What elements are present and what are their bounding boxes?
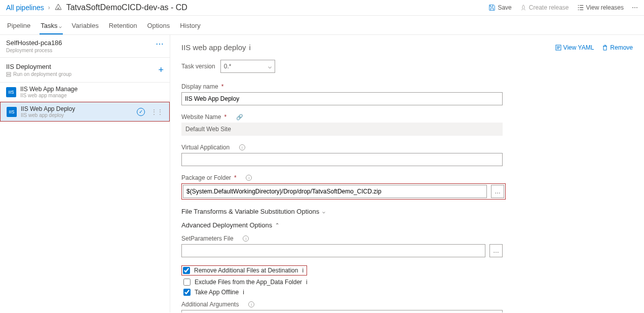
task-item-deploy[interactable]: IIS IIS Web App Deploy IIS web app deplo…: [0, 102, 170, 122]
sidebar: SelfHosted-pca186 Deployment process ⋯ I…: [0, 35, 170, 312]
link-icon[interactable]: 🔗: [236, 114, 243, 121]
remove-additional-checkbox[interactable]: [183, 267, 190, 274]
package-input[interactable]: [183, 185, 487, 198]
tab-bar: Pipeline Tasks⌵ Variables Retention Opti…: [0, 16, 644, 35]
info-icon[interactable]: i: [243, 236, 249, 242]
info-icon[interactable]: i: [306, 279, 308, 286]
package-label: Package or Folder: [181, 174, 231, 181]
chevron-down-icon: ⌵: [59, 23, 62, 29]
breadcrumb-separator: ›: [48, 4, 50, 11]
view-yaml-button[interactable]: View YAML: [555, 44, 594, 51]
exclude-appdata-checkbox[interactable]: [183, 279, 191, 286]
additional-args-input[interactable]: [181, 310, 503, 312]
save-icon: [488, 4, 496, 11]
exclude-appdata-label: Exclude Files from the App_Data Folder: [195, 279, 302, 286]
remove-additional-label: Remove Additional Files at Destination: [194, 267, 298, 274]
take-offline-label: Take App Offline: [195, 289, 239, 296]
sidebar-agent-header[interactable]: SelfHosted-pca186 Deployment process ⋯: [0, 35, 170, 58]
website-name-value: Default Web Site: [181, 123, 503, 136]
task-version-label: Task version: [181, 63, 215, 70]
deploy-icon: [54, 4, 62, 12]
drag-handle-icon[interactable]: ⋮⋮: [151, 108, 163, 115]
detail-title: IIS web app deploy i: [181, 43, 251, 52]
info-icon[interactable]: i: [243, 289, 244, 296]
svg-rect-0: [7, 72, 11, 74]
remove-button[interactable]: Remove: [602, 44, 633, 51]
group-subtitle: Run on deployment group: [6, 71, 71, 77]
tab-tasks[interactable]: Tasks⌵: [40, 18, 62, 34]
sidebar-group[interactable]: IIS Deployment Run on deployment group +: [0, 58, 170, 83]
task-version-select[interactable]: 0.* ⌵: [220, 60, 275, 73]
tab-pipeline[interactable]: Pipeline: [6, 18, 31, 34]
add-task-button[interactable]: +: [158, 65, 164, 75]
tab-retention[interactable]: Retention: [108, 18, 138, 34]
agent-subtitle: Deployment process: [6, 48, 62, 53]
group-title: IIS Deployment: [6, 63, 71, 70]
server-icon: [6, 72, 11, 77]
detail-panel: IIS web app deploy i View YAML Remove Ta…: [170, 35, 644, 312]
save-button[interactable]: Save: [488, 4, 511, 11]
setparams-label: SetParameters File: [181, 235, 234, 242]
check-icon: ✓: [137, 108, 145, 116]
iis-icon: IIS: [7, 107, 17, 117]
virtual-app-input[interactable]: [181, 153, 503, 166]
breadcrumb-root-link[interactable]: All pipelines: [6, 4, 44, 12]
svg-rect-1: [7, 75, 11, 76]
rocket-icon: [520, 4, 527, 11]
tab-options[interactable]: Options: [146, 18, 171, 34]
browse-package-button[interactable]: …: [491, 185, 504, 198]
top-actions: Save Create release View releases ⋯: [488, 4, 638, 11]
website-name-label: Website Name: [181, 113, 221, 121]
view-releases-button[interactable]: View releases: [577, 4, 624, 11]
info-icon[interactable]: i: [239, 144, 245, 150]
chevron-up-icon: ⌃: [275, 222, 279, 228]
setparams-input[interactable]: [181, 244, 485, 257]
agent-more-button[interactable]: ⋯: [156, 39, 164, 49]
more-menu-button[interactable]: ⋯: [632, 4, 638, 11]
agent-title: SelfHosted-pca186: [6, 39, 62, 47]
additional-args-label: Additional Arguments: [181, 301, 239, 308]
display-name-input[interactable]: [181, 92, 503, 105]
take-offline-checkbox[interactable]: [183, 289, 191, 296]
create-release-button[interactable]: Create release: [520, 4, 569, 11]
info-icon[interactable]: i: [248, 301, 254, 307]
yaml-icon: [555, 45, 561, 51]
trash-icon: [602, 45, 608, 51]
chevron-down-icon: ⌵: [268, 63, 272, 70]
info-icon[interactable]: i: [302, 267, 304, 274]
iis-icon: IIS: [6, 87, 16, 97]
info-icon[interactable]: i: [246, 175, 252, 181]
tab-variables[interactable]: Variables: [71, 18, 100, 34]
page-title: TatvaSoftDemoCICD-dev-as - CD: [66, 3, 187, 12]
display-name-label: Display name: [181, 83, 218, 90]
list-icon: [577, 4, 584, 11]
section-advanced[interactable]: Advanced Deployment Options ⌃: [181, 221, 633, 229]
breadcrumb: All pipelines › TatvaSoftDemoCICD-dev-as…: [6, 3, 187, 12]
browse-setparams-button[interactable]: …: [489, 244, 503, 257]
chevron-down-icon: ⌵: [322, 209, 325, 214]
section-transforms[interactable]: File Transforms & Variable Substitution …: [181, 208, 633, 215]
info-icon[interactable]: i: [249, 43, 251, 52]
tab-history[interactable]: History: [179, 18, 201, 34]
task-item-manage[interactable]: IIS IIS Web App Manage IIS web app manag…: [0, 83, 170, 102]
virtual-app-label: Virtual Application: [181, 144, 230, 151]
